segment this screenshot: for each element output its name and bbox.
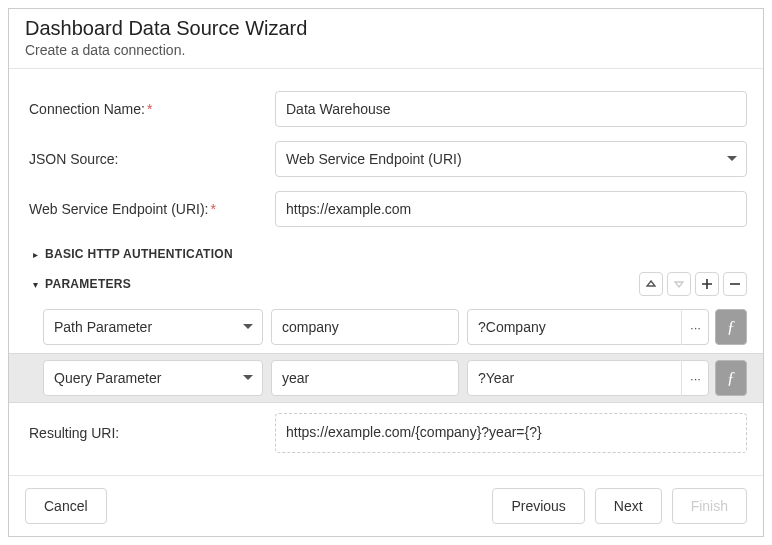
move-down-button[interactable] [667,272,691,296]
parameter-type-value: Query Parameter [54,370,161,386]
row-endpoint: Web Service Endpoint (URI):* [25,191,747,227]
wizard-header: Dashboard Data Source Wizard Create a da… [9,9,763,69]
ellipsis-icon: ··· [690,371,701,386]
row-resulting-uri: Resulting URI: https://example.com/{comp… [25,413,747,453]
resulting-uri-display: https://example.com/{company}?year={?} [275,413,747,453]
parameter-name-input[interactable] [271,309,459,345]
wizard-title: Dashboard Data Source Wizard [25,17,747,40]
wizard-body: Connection Name:* JSON Source: Web Servi… [9,69,763,475]
next-button[interactable]: Next [595,488,662,524]
parameter-value-input[interactable] [467,309,709,345]
chevron-up-icon [646,280,656,288]
ellipsis-icon: ··· [690,320,701,335]
section-parameters[interactable]: ▾ PARAMETERS [25,271,131,297]
wizard-dialog: Dashboard Data Source Wizard Create a da… [8,8,764,537]
wizard-subtitle: Create a data connection. [25,42,747,58]
connection-name-label: Connection Name:* [25,101,265,117]
function-icon: ƒ [727,368,736,388]
caret-right-icon: ▸ [29,249,41,260]
row-connection-name: Connection Name:* [25,91,747,127]
cancel-button[interactable]: Cancel [25,488,107,524]
parameter-tools [639,272,747,296]
value-ellipsis-button[interactable]: ··· [681,309,709,345]
parameter-name-input[interactable] [271,360,459,396]
add-parameter-button[interactable] [695,272,719,296]
json-source-label: JSON Source: [25,151,265,167]
parameter-row[interactable]: Path Parameter ··· ƒ [25,303,747,351]
row-json-source: JSON Source: Web Service Endpoint (URI) [25,141,747,177]
minus-icon [729,278,741,290]
section-parameters-title: PARAMETERS [45,277,131,291]
plus-icon [701,278,713,290]
expression-button[interactable]: ƒ [715,360,747,396]
parameter-row[interactable]: Query Parameter ··· ƒ [9,353,763,403]
connection-name-input[interactable] [275,91,747,127]
section-basic-auth-title: BASIC HTTP AUTHENTICATION [45,247,233,261]
parameter-value-input[interactable] [467,360,709,396]
remove-parameter-button[interactable] [723,272,747,296]
resulting-uri-label: Resulting URI: [25,425,265,441]
expression-button[interactable]: ƒ [715,309,747,345]
function-icon: ƒ [727,317,736,337]
previous-button[interactable]: Previous [492,488,584,524]
endpoint-label: Web Service Endpoint (URI):* [25,201,265,217]
json-source-value: Web Service Endpoint (URI) [286,151,462,167]
finish-button: Finish [672,488,747,524]
value-ellipsis-button[interactable]: ··· [681,360,709,396]
json-source-select[interactable]: Web Service Endpoint (URI) [275,141,747,177]
section-parameters-header: ▾ PARAMETERS [25,271,747,297]
wizard-footer: Cancel Previous Next Finish [9,475,763,536]
caret-down-icon: ▾ [29,279,41,290]
parameter-type-value: Path Parameter [54,319,152,335]
parameter-type-select[interactable]: Query Parameter [43,360,263,396]
section-basic-auth[interactable]: ▸ BASIC HTTP AUTHENTICATION [25,241,747,267]
chevron-down-icon [674,280,684,288]
endpoint-input[interactable] [275,191,747,227]
parameter-type-select[interactable]: Path Parameter [43,309,263,345]
move-up-button[interactable] [639,272,663,296]
